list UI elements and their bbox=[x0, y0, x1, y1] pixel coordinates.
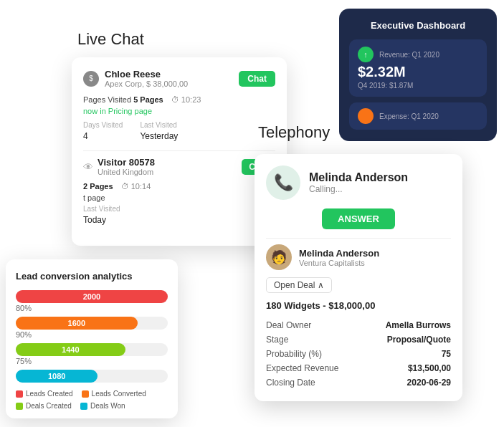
visitor-name: Visitor 80578 bbox=[98, 157, 155, 168]
calling-top: 📞 Melinda Anderson Calling... bbox=[266, 165, 451, 200]
chat-meta-2: Last Visited Today bbox=[83, 205, 275, 226]
open-deal-button[interactable]: Open Deal ∧ bbox=[266, 277, 332, 293]
closing-value: 2020-06-29 bbox=[363, 375, 451, 390]
days-visited: Days Visited 4 bbox=[83, 121, 123, 142]
expense-dot-icon bbox=[358, 108, 374, 124]
probability-value: 75 bbox=[363, 347, 451, 361]
contact-name-1: Chloe Reese bbox=[105, 69, 188, 80]
deal-amount: 180 Widgets - $18,000,00 bbox=[266, 300, 451, 311]
calling-card: 📞 Melinda Anderson Calling... ANSWER 🧑 M… bbox=[255, 154, 462, 401]
probability-row: Probability (%) 75 bbox=[266, 347, 451, 361]
expected-revenue-row: Expected Revenue $13,500,00 bbox=[266, 361, 451, 375]
deal-owner-row: Deal Owner Amella Burrows bbox=[266, 318, 451, 332]
arrow-up-icon: ↑ bbox=[358, 47, 374, 62]
bar-track-2: 1440 bbox=[16, 343, 168, 356]
chevron-down-icon: ∧ bbox=[318, 280, 324, 290]
bar-row-0: 200080% bbox=[16, 290, 168, 312]
telephony-label: Telephony bbox=[258, 123, 330, 142]
analytics-title: Lead conversion analytics bbox=[16, 271, 168, 282]
revenue-label: Revenue: Q1 2020 bbox=[379, 51, 439, 59]
revenue-header: ↑ Revenue: Q1 2020 bbox=[358, 47, 478, 62]
contact-deal-row: 🧑 Melinda Anderson Ventura Capitalists bbox=[266, 244, 451, 270]
deal-owner-label: Deal Owner bbox=[266, 318, 363, 332]
exec-dashboard-title: Executive Dashboard bbox=[349, 20, 487, 31]
divider-1 bbox=[83, 150, 275, 151]
visitor-country: United Kingdom bbox=[98, 168, 155, 176]
revenue-value: $2.32M bbox=[358, 64, 478, 80]
phone-icon: 📞 bbox=[274, 173, 293, 192]
closing-date-row: Closing Date 2020-06-29 bbox=[266, 375, 451, 390]
legend-label-1: Leads Converted bbox=[92, 390, 146, 398]
revenue-sub: Q4 2019: $1.87M bbox=[358, 82, 478, 90]
expected-label: Expected Revenue bbox=[266, 361, 363, 375]
deal-owner-value: Amella Burrows bbox=[363, 318, 451, 332]
visitor-name-block: Visitor 80578 United Kingdom bbox=[98, 157, 155, 176]
stage-value: Proposal/Quote bbox=[363, 332, 451, 347]
legend-item-3: Deals Won bbox=[80, 402, 125, 410]
legend-label-0: Leads Created bbox=[26, 390, 73, 398]
answer-button[interactable]: ANSWER bbox=[322, 208, 395, 229]
legend-dot-1 bbox=[82, 390, 89, 398]
bar-fill-1: 1600 bbox=[16, 317, 138, 330]
bar-track-0: 2000 bbox=[16, 290, 168, 303]
open-deal-label: Open Deal bbox=[274, 280, 315, 290]
last-visited-2: Last Visited Today bbox=[83, 205, 120, 226]
bar-row-1: 160090% bbox=[16, 317, 168, 339]
exec-dashboard-card: Executive Dashboard ↑ Revenue: Q1 2020 $… bbox=[339, 9, 497, 141]
bar-pct-0: 80% bbox=[16, 304, 168, 312]
deal-details: Deal Owner Amella Burrows Stage Proposal… bbox=[266, 318, 451, 390]
legend-label-2: Deals Created bbox=[26, 402, 72, 410]
bars-container: 200080%160090%144075%1080 bbox=[16, 290, 168, 383]
legend-label-3: Deals Won bbox=[90, 402, 125, 410]
bar-fill-0: 2000 bbox=[16, 290, 168, 303]
pages-visited-1: Pages Visited 5 Pages ⏱ 10:23 bbox=[83, 95, 275, 104]
pages-visited-2: 2 Pages ⏱ 10:14 bbox=[83, 182, 275, 191]
legend-dot-3 bbox=[80, 403, 87, 410]
probability-label: Probability (%) bbox=[266, 347, 363, 361]
calling-info: Melinda Anderson Calling... bbox=[309, 171, 408, 194]
contact-company-1: Apex Corp, $ 38,000,00 bbox=[105, 80, 188, 88]
contact-deal-name: Melinda Anderson bbox=[299, 248, 379, 259]
chat-contact-1: $ Chloe Reese Apex Corp, $ 38,000,00 Cha… bbox=[83, 69, 275, 88]
contact-deal-info: Melinda Anderson Ventura Capitalists bbox=[299, 248, 379, 267]
revenue-metric: ↑ Revenue: Q1 2020 $2.32M Q4 2019: $1.87… bbox=[349, 39, 487, 97]
bar-track-3: 1080 bbox=[16, 370, 168, 383]
analytics-card: Lead conversion analytics 200080%160090%… bbox=[6, 259, 178, 418]
stage-row: Stage Proposal/Quote bbox=[266, 332, 451, 347]
legend-item-0: Leads Created bbox=[16, 390, 73, 398]
calling-divider bbox=[266, 238, 451, 239]
legend-dot-2 bbox=[16, 403, 23, 410]
bar-row-2: 144075% bbox=[16, 343, 168, 365]
chat-button-1[interactable]: Chat bbox=[239, 71, 275, 87]
legend-item-1: Leads Converted bbox=[82, 390, 146, 398]
expense-metric: Expense: Q1 2020 bbox=[349, 102, 487, 130]
bar-row-3: 1080 bbox=[16, 370, 168, 383]
expected-value: $13,500,00 bbox=[363, 361, 451, 375]
closing-label: Closing Date bbox=[266, 375, 363, 390]
visitor-row: 👁 Visitor 80578 United Kingdom Chat bbox=[83, 157, 275, 176]
now-in-1: now in Pricing page bbox=[83, 107, 275, 115]
live-chat-label: Live Chat bbox=[77, 30, 144, 49]
legend: Leads CreatedLeads ConvertedDeals Create… bbox=[16, 390, 168, 410]
eye-icon: 👁 bbox=[83, 161, 93, 173]
bar-pct-1: 90% bbox=[16, 330, 168, 339]
bar-pct-2: 75% bbox=[16, 357, 168, 365]
contact-deal-avatar: 🧑 bbox=[266, 244, 292, 270]
calling-status: Calling... bbox=[309, 184, 408, 194]
stage-label: Stage bbox=[266, 332, 363, 347]
calling-avatar: 📞 bbox=[266, 165, 300, 200]
contact-info-1: $ Chloe Reese Apex Corp, $ 38,000,00 bbox=[83, 69, 188, 88]
bar-fill-3: 1080 bbox=[16, 370, 98, 383]
bar-fill-2: 1440 bbox=[16, 343, 125, 356]
bar-track-1: 1600 bbox=[16, 317, 168, 330]
page-label-2: t page bbox=[83, 193, 275, 202]
legend-item-2: Deals Created bbox=[16, 402, 72, 410]
legend-dot-0 bbox=[16, 390, 23, 398]
expense-label: Expense: Q1 2020 bbox=[379, 112, 439, 120]
chat-meta-1: Days Visited 4 Last Visited Yesterday bbox=[83, 121, 275, 142]
caller-name: Melinda Anderson bbox=[309, 171, 408, 184]
visitor-info: 👁 Visitor 80578 United Kingdom bbox=[83, 157, 155, 176]
contact-icon-1: $ bbox=[83, 71, 99, 87]
contact-name-block-1: Chloe Reese Apex Corp, $ 38,000,00 bbox=[105, 69, 188, 88]
revenue-label-block: Revenue: Q1 2020 bbox=[379, 51, 439, 59]
